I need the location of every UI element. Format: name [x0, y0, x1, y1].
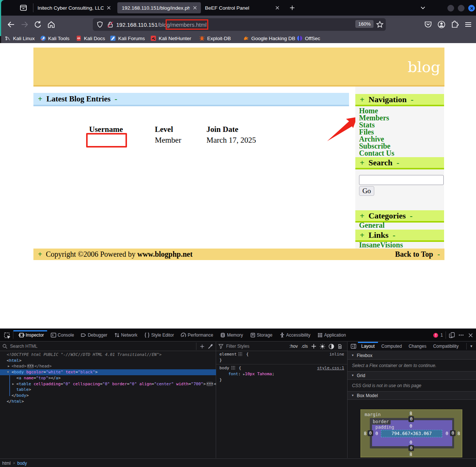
- pocket-icon[interactable]: [424, 20, 433, 29]
- collapse-minus[interactable]: -: [397, 158, 399, 168]
- expand-sidebar-icon[interactable]: [351, 343, 356, 349]
- tab-blog-active[interactable]: 192.168.110.151/blog/index.php: [117, 2, 201, 13]
- eyedropper-icon[interactable]: [208, 344, 213, 349]
- tab-layout[interactable]: Layout: [358, 342, 378, 351]
- bookmark-kali-forums[interactable]: Kali Forums: [110, 35, 145, 41]
- insecure-lock-icon[interactable]: [107, 21, 114, 28]
- padding-top-value[interactable]: 0: [410, 424, 412, 429]
- expand-twisty-icon[interactable]: ▶: [12, 381, 14, 387]
- margin-top-value[interactable]: 8: [410, 411, 412, 416]
- expand-twisty-icon[interactable]: ▼: [7, 369, 9, 375]
- breadcrumb-html[interactable]: html: [0, 461, 13, 466]
- reload-icon[interactable]: [33, 20, 42, 29]
- grid-section-header[interactable]: ▼ Grid: [348, 372, 476, 380]
- bookmark-kali-nethunter[interactable]: Kali NetHunter: [150, 35, 191, 41]
- extensions-icon[interactable]: [450, 20, 459, 29]
- bookmark-star-icon[interactable]: [376, 21, 384, 28]
- firefox-view-icon[interactable]: [19, 3, 28, 13]
- markup-searchbar[interactable]: Search HTML: [0, 342, 216, 351]
- tab-close-icon[interactable]: [192, 5, 198, 11]
- sidebar-link-contact-us[interactable]: Contact Us: [359, 150, 394, 157]
- go-button[interactable]: Go: [359, 186, 374, 196]
- bookmark-kali-tools[interactable]: Kali Tools: [40, 35, 70, 41]
- account-icon[interactable]: [437, 20, 446, 29]
- tab-close-icon[interactable]: [274, 5, 280, 11]
- devtools-tab-performance[interactable]: Performance: [177, 329, 216, 341]
- close-devtools-icon[interactable]: [467, 332, 474, 338]
- bookmark-offsec[interactable]: OffSec: [297, 35, 320, 41]
- add-rule-icon[interactable]: [311, 344, 316, 349]
- search-input[interactable]: [359, 175, 444, 185]
- collapse-minus[interactable]: -: [411, 95, 413, 104]
- pick-element-icon[interactable]: [3, 331, 11, 340]
- collapse-plus[interactable]: +: [360, 211, 365, 221]
- bookmark-kali-linux[interactable]: Kali Linux: [5, 35, 35, 41]
- margin-left-value[interactable]: 8: [364, 431, 366, 436]
- collapse-minus[interactable]: -: [392, 230, 395, 240]
- error-badge[interactable]: ! 1: [433, 333, 443, 338]
- back-to-top-link[interactable]: Back to Top: [395, 250, 433, 259]
- more-tabs-dropdown[interactable]: ▼: [466, 343, 476, 350]
- rule-element[interactable]: element {inline: [216, 351, 347, 357]
- markup-tree[interactable]: <!DOCTYPE html PUBLIC "-//W3C//DTD HTML …: [0, 351, 216, 458]
- close-button[interactable]: [468, 5, 475, 12]
- boxmodel-section-header[interactable]: ▼ Box Model: [348, 392, 476, 400]
- devtools-tab-style-editor[interactable]: Style Editor: [141, 329, 177, 341]
- collapse-minus[interactable]: -: [410, 211, 413, 221]
- devtools-tab-console[interactable]: Console: [47, 329, 77, 341]
- border-right-value[interactable]: 0: [450, 430, 456, 436]
- margin-bottom-value[interactable]: 8: [410, 452, 412, 457]
- sidebar-link-insanevisions[interactable]: InsaneVisions: [359, 241, 403, 249]
- tab-compatibility[interactable]: Compatibility: [430, 342, 462, 351]
- padding-left-value[interactable]: 0: [375, 431, 378, 436]
- shield-icon[interactable]: [96, 21, 104, 28]
- class-toggle[interactable]: .cls: [301, 344, 308, 349]
- print-sim-icon[interactable]: [338, 344, 342, 349]
- blogphp-link[interactable]: www.blogphp.net: [137, 250, 193, 259]
- collapse-minus[interactable]: -: [437, 250, 440, 259]
- margin-right-value[interactable]: 8: [457, 431, 460, 436]
- devtools-tab-debugger[interactable]: Debugger: [77, 329, 111, 341]
- minimize-button[interactable]: [447, 5, 454, 12]
- back-icon[interactable]: [7, 20, 16, 29]
- home-icon[interactable]: [47, 20, 56, 29]
- border-left-value[interactable]: 0: [368, 430, 373, 436]
- dark-theme-sim-icon[interactable]: [329, 344, 334, 349]
- collapse-minus[interactable]: -: [115, 94, 117, 104]
- new-tab-button[interactable]: [288, 3, 297, 12]
- list-all-tabs-icon[interactable]: [418, 3, 427, 12]
- bookmark-ghdb[interactable]: Google Hacking DB: [243, 35, 296, 41]
- rules-list[interactable]: element {inline}body {style.css:1font: ▶…: [216, 351, 347, 458]
- menu-icon[interactable]: [464, 20, 473, 29]
- sidebar-link-general[interactable]: General: [359, 222, 385, 229]
- devtools-tab-inspector[interactable]: Inspector: [13, 329, 47, 341]
- bookmark-exploit-db[interactable]: Exploit-DB: [199, 35, 231, 41]
- meatball-menu-icon[interactable]: [458, 332, 464, 338]
- add-node-icon[interactable]: [200, 344, 205, 349]
- devtools-tab-network[interactable]: Network: [111, 329, 141, 341]
- collapse-plus[interactable]: +: [360, 95, 365, 104]
- tab-close-icon[interactable]: [106, 5, 112, 11]
- devtools-tab-accessibility[interactable]: Accessibility: [276, 329, 314, 341]
- breadcrumb-body[interactable]: body: [15, 461, 29, 466]
- responsive-mode-icon[interactable]: [449, 332, 455, 338]
- rule-declaration[interactable]: font: ▶10px Tahoma;: [216, 371, 347, 377]
- bookmark-kali-docs[interactable]: Kali Docs: [76, 35, 105, 41]
- flexbox-section-header[interactable]: ▼ Flexbox: [348, 351, 476, 360]
- maximize-button[interactable]: [458, 5, 464, 12]
- zoom-level-badge[interactable]: 160%: [355, 20, 374, 28]
- devtools-tab-application[interactable]: Application: [314, 329, 349, 341]
- devtools-tab-memory[interactable]: Memory: [216, 329, 246, 341]
- rules-filterbar[interactable]: Filter Styles :hov .cls: [216, 342, 347, 351]
- expand-twisty-icon[interactable]: ▶: [8, 363, 10, 369]
- collapse-plus[interactable]: +: [360, 158, 365, 168]
- content-box[interactable]: 794.667×363.067: [381, 430, 442, 437]
- tab-initech[interactable]: Initech Cyber Consulting, LLC: [35, 2, 115, 13]
- collapse-plus[interactable]: +: [38, 250, 42, 259]
- border-top-value[interactable]: 0: [408, 416, 414, 422]
- collapse-plus[interactable]: +: [360, 230, 365, 240]
- markup-line-selected[interactable]: ▼<body bgcolor="white" text="black">: [0, 369, 216, 375]
- url-bar[interactable]: 192.168.110.151/blog/members.html 160%: [93, 18, 386, 31]
- rule-body[interactable]: body {style.css:1: [216, 365, 347, 371]
- collapse-plus[interactable]: +: [38, 94, 42, 104]
